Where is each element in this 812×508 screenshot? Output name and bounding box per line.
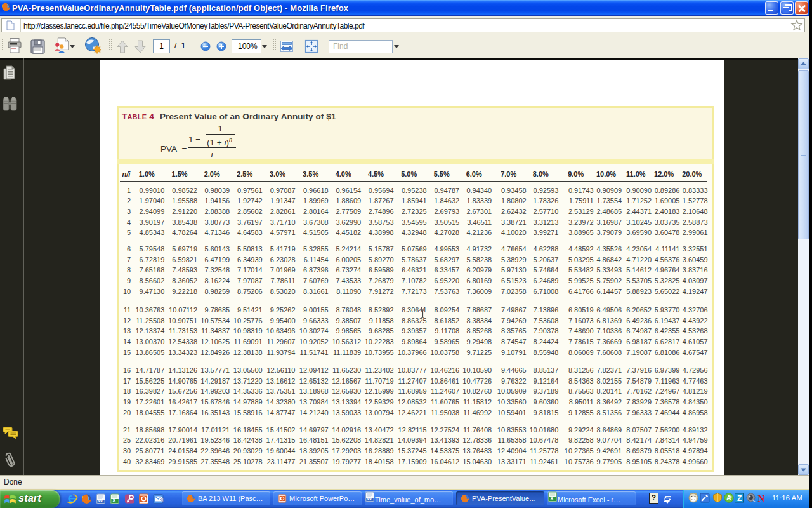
svg-text:X: X <box>112 497 116 504</box>
svg-text:X: X <box>550 495 554 502</box>
svg-text:N: N <box>758 493 765 504</box>
svg-text:Z: Z <box>737 494 742 503</box>
